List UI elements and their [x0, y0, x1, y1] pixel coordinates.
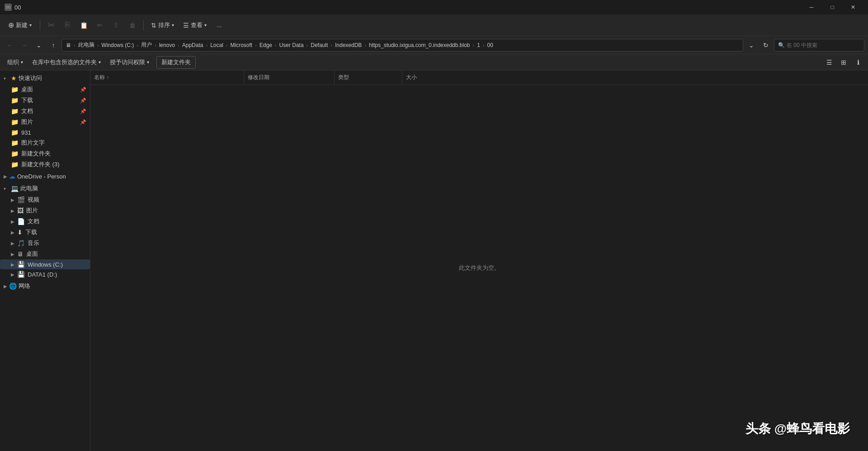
file-area: 名称 修改日期 类型 大小 此文件夹为空。 [90, 70, 868, 451]
col-header-size[interactable]: 大小 [402, 70, 457, 85]
expand-button[interactable]: ⌄ [745, 39, 758, 52]
network-header[interactable]: ▶ 🌐 网络 [0, 280, 90, 292]
forward-button[interactable]: → [18, 39, 31, 52]
view-button[interactable]: ☰ 查看 ▾ [179, 17, 210, 33]
network-group: ▶ 🌐 网络 [0, 280, 90, 292]
paste-button[interactable]: 📋 [76, 17, 91, 33]
pictext-label: 图片文字 [21, 139, 45, 147]
sidebar-item-documents[interactable]: 📁 文档 📌 [0, 106, 90, 117]
col-header-date[interactable]: 修改日期 [244, 70, 335, 85]
address-bar[interactable]: 🖥 › 此电脑 › Windows (C:) › 用户 › lenovo › A… [61, 39, 743, 52]
new-button[interactable]: ⊕ 新建 ▾ [4, 17, 36, 33]
close-button[interactable]: ✕ [843, 0, 863, 14]
dropdown-button[interactable]: ⌄ [33, 39, 45, 52]
sidebar-item-pc-pictures[interactable]: ▶ 🖼 图片 [0, 205, 90, 216]
sidebar-item-desktop[interactable]: 📁 桌面 📌 [0, 84, 90, 95]
grid-view-button[interactable]: ⊞ [837, 56, 850, 69]
minimize-button[interactable]: ─ [801, 0, 822, 14]
search-input[interactable] [787, 42, 860, 48]
sidebar: ▾ ★ 快速访问 📁 桌面 📌 📁 下载 📌 📁 文档 📌 📁 图 [0, 70, 90, 451]
pc-downloads-icon: ⬇ [17, 229, 23, 236]
folder-931-label: 931 [21, 129, 31, 136]
breadcrumb-blob[interactable]: https_studio.ixigua.com_0.indexeddb.blob [369, 42, 470, 48]
up-button[interactable]: ↑ [47, 39, 60, 52]
breadcrumb-microsoft[interactable]: Microsoft [230, 42, 252, 48]
sidebar-item-new-folder[interactable]: 📁 新建文件夹 [0, 148, 90, 159]
onedrive-group: ▶ ☁ OneDrive - Person [0, 171, 90, 182]
sidebar-item-931[interactable]: 📁 931 [0, 127, 90, 137]
breadcrumb-00[interactable]: 00 [487, 42, 493, 48]
sort-label: 排序 [158, 21, 170, 29]
toolbar-separator-1 [40, 20, 40, 31]
info-button[interactable]: ℹ [852, 56, 864, 69]
sidebar-item-pc-music[interactable]: ▶ 🎵 音乐 [0, 238, 90, 249]
access-button[interactable]: 授予访问权限 ▾ [106, 56, 153, 69]
quick-access-group: ▾ ★ 快速访问 📁 桌面 📌 📁 下载 📌 📁 文档 📌 📁 图 [0, 72, 90, 170]
breadcrumb-edge[interactable]: Edge [259, 42, 272, 48]
sidebar-item-pc-documents[interactable]: ▶ 📄 文档 [0, 216, 90, 227]
documents-pin-icon: 📌 [80, 108, 86, 114]
network-expand-icon: ▶ [4, 284, 7, 289]
share-button[interactable]: ⇧ [109, 17, 123, 33]
breadcrumb-windows-c[interactable]: Windows (C:) [101, 42, 134, 48]
main-content: ▾ ★ 快速访问 📁 桌面 📌 📁 下载 📌 📁 文档 📌 📁 图 [0, 70, 868, 451]
sidebar-item-data1-d[interactable]: ▶ 💾 DATA1 (D:) [0, 269, 90, 279]
new-folder-button[interactable]: 新建文件夹 [156, 56, 196, 69]
library-button[interactable]: 在库中包含所选的文件夹 ▾ [28, 56, 104, 69]
col-type-label: 类型 [338, 74, 349, 81]
breadcrumb-sep-0: › [73, 42, 76, 48]
pc-music-icon: 🎵 [17, 240, 25, 247]
refresh-button[interactable]: ↻ [760, 39, 772, 52]
cut-button[interactable]: ✂ [44, 17, 58, 33]
restore-button[interactable]: □ [822, 0, 843, 14]
desktop-pin-icon: 📌 [80, 87, 86, 93]
sort-button[interactable]: ⇅ 排序 ▾ [147, 17, 178, 33]
sidebar-item-downloads[interactable]: 📁 下载 📌 [0, 95, 90, 106]
sidebar-item-pc-desktop[interactable]: ▶ 🖥 桌面 [0, 249, 90, 259]
col-header-type[interactable]: 类型 [335, 70, 402, 85]
breadcrumb-appdata[interactable]: AppData [182, 42, 203, 48]
sidebar-item-windows-c[interactable]: ▶ 💾 Windows (C:) [0, 259, 90, 269]
secondary-toolbar: 组织 ▾ 在库中包含所选的文件夹 ▾ 授予访问权限 ▾ 新建文件夹 ☰ ⊞ ℹ [0, 54, 868, 70]
search-box[interactable]: 🔍 [774, 39, 864, 52]
windows-c-expand-icon: ▶ [11, 262, 14, 267]
empty-message: 此文件夹为空。 [459, 264, 500, 272]
breadcrumb-indexeddb[interactable]: IndexedDB [335, 42, 362, 48]
more-button[interactable]: ... [212, 17, 226, 33]
quick-access-header[interactable]: ▾ ★ 快速访问 [0, 72, 90, 84]
new-folder-3-label: 新建文件夹 (3) [21, 160, 60, 169]
this-pc-header[interactable]: ▾ 💻 此电脑 [0, 183, 90, 194]
onedrive-header[interactable]: ▶ ☁ OneDrive - Person [0, 171, 90, 182]
sidebar-item-pictures[interactable]: 📁 图片 📌 [0, 117, 90, 127]
breadcrumb-default[interactable]: Default [311, 42, 328, 48]
sidebar-item-pictext[interactable]: 📁 图片文字 [0, 137, 90, 148]
breadcrumb-local[interactable]: Local [210, 42, 223, 48]
sidebar-item-new-folder-3[interactable]: 📁 新建文件夹 (3) [0, 159, 90, 170]
delete-button[interactable]: 🗑 [125, 17, 140, 33]
back-button[interactable]: ← [4, 39, 16, 52]
col-header-name[interactable]: 名称 [90, 70, 244, 85]
organize-button[interactable]: 组织 ▾ [4, 56, 27, 69]
downloads-label: 下载 [21, 96, 33, 104]
list-view-button[interactable]: ☰ [823, 56, 835, 69]
downloads-folder-icon: 📁 [11, 97, 19, 104]
sidebar-item-videos[interactable]: ▶ 🎬 视频 [0, 194, 90, 205]
col-name-label: 名称 [94, 74, 105, 81]
search-icon: 🔍 [778, 42, 785, 48]
file-content: 此文件夹为空。 [90, 85, 868, 451]
new-label: 新建 [16, 21, 28, 29]
breadcrumb-root-icon[interactable]: 🖥 [66, 42, 71, 48]
breadcrumb-this-pc[interactable]: 此电脑 [78, 41, 94, 49]
breadcrumb-lenovo[interactable]: lenovo [159, 42, 175, 48]
view-controls: ☰ ⊞ ℹ [823, 56, 864, 69]
breadcrumb-userdata[interactable]: User Data [279, 42, 304, 48]
app-icon-text: 00 [6, 5, 10, 9]
breadcrumb-1[interactable]: 1 [477, 42, 480, 48]
copy-button[interactable]: ⎘ [60, 17, 75, 33]
new-folder-label: 新建文件夹 [21, 150, 51, 158]
breadcrumb-users[interactable]: 用户 [141, 41, 152, 49]
rename-button[interactable]: ✏ [93, 17, 107, 33]
data1-d-icon: 💾 [17, 271, 25, 278]
sidebar-item-pc-downloads[interactable]: ▶ ⬇ 下载 [0, 227, 90, 238]
library-label: 在库中包含所选的文件夹 [32, 58, 97, 66]
